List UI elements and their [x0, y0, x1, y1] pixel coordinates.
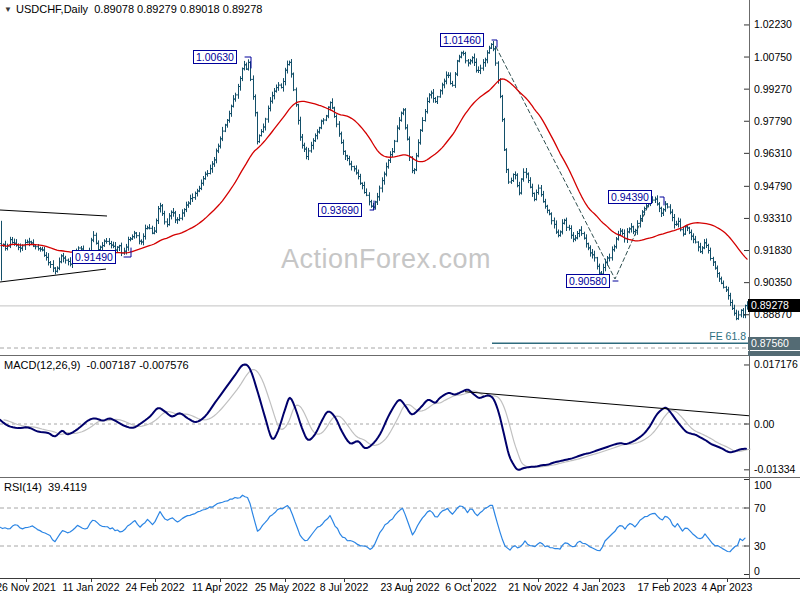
- current-price-tag: 0.89278: [748, 299, 800, 312]
- price-level-label[interactable]: 0.93690: [318, 203, 362, 217]
- price-level-label[interactable]: 1.00630: [193, 50, 237, 64]
- price-axis-label[interactable]: 1.00750: [754, 51, 792, 63]
- price-axis-label[interactable]: 0.97790: [754, 115, 792, 127]
- date-label[interactable]: 24 Feb 2022: [119, 581, 191, 593]
- symbol-ohlc: 0.89078 0.89279 0.89018 0.89278: [94, 3, 262, 15]
- price-axis-label[interactable]: 0.93310: [754, 212, 792, 224]
- macd-axis-label[interactable]: -0.01334: [754, 463, 795, 475]
- symbol-name: USDCHF,Daily: [16, 3, 88, 15]
- date-label[interactable]: 4 Apr 2023: [691, 581, 763, 593]
- chart-canvas[interactable]: [0, 0, 800, 600]
- macd-values: -0.007187 -0.007576: [87, 359, 189, 371]
- rsi-axis-label[interactable]: 100: [754, 479, 772, 491]
- fibonacci-extension-label[interactable]: FE 61.8: [666, 330, 746, 343]
- date-label[interactable]: 8 Jul 2022: [308, 581, 380, 593]
- date-label[interactable]: 11 Apr 2022: [184, 581, 256, 593]
- price-level-label[interactable]: 0.94390: [608, 190, 652, 204]
- fe-price-tag: 0.87560: [748, 337, 800, 350]
- date-label[interactable]: 6 Oct 2022: [435, 581, 507, 593]
- fe-price-tag-clipped: [748, 351, 800, 356]
- mt4-chart-window: ActionForex.com ▼ USDCHF,Daily 0.89078 0…: [0, 0, 800, 600]
- chart-marker-icon: ▼: [4, 3, 12, 16]
- macd-axis-label[interactable]: 0.00: [754, 418, 774, 430]
- rsi-axis-label[interactable]: 70: [754, 502, 766, 514]
- rsi-title: RSI(14) 39.4119: [4, 481, 87, 494]
- price-axis-label[interactable]: 0.90350: [754, 276, 792, 288]
- rsi-indicator-name: RSI(14): [4, 481, 42, 493]
- macd-title: MACD(12,26,9) -0.007187 -0.007576: [4, 359, 189, 372]
- date-label[interactable]: 26 Nov 2021: [0, 581, 62, 593]
- price-axis-label[interactable]: 0.99270: [754, 83, 792, 95]
- rsi-axis-label[interactable]: 0: [754, 565, 760, 577]
- price-axis-label[interactable]: 1.02230: [754, 18, 792, 30]
- macd-axis-label[interactable]: 0.017176: [754, 358, 798, 370]
- price-level-label[interactable]: 0.91490: [72, 250, 116, 264]
- price-axis-label[interactable]: 0.94790: [754, 180, 792, 192]
- date-label[interactable]: 11 Jan 2022: [55, 581, 127, 593]
- price-level-label[interactable]: 1.01460: [440, 33, 484, 47]
- price-axis-label[interactable]: 0.91830: [754, 244, 792, 256]
- rsi-value: 39.4119: [48, 481, 87, 493]
- macd-indicator-name: MACD(12,26,9): [4, 359, 80, 371]
- price-level-label[interactable]: 0.90580: [566, 274, 610, 288]
- price-axis-label[interactable]: 0.96310: [754, 147, 792, 159]
- symbol-title: USDCHF,Daily 0.89078 0.89279 0.89018 0.8…: [16, 3, 262, 16]
- date-label[interactable]: 4 Jan 2023: [563, 581, 635, 593]
- rsi-axis-label[interactable]: 30: [754, 540, 766, 552]
